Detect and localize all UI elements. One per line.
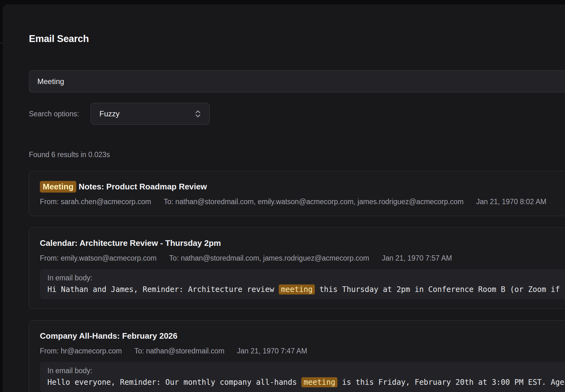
meta-from: From: hr@acmecorp.com: [40, 347, 122, 355]
result-meta: From: sarah.chen@acmecorp.comTo: nathan@…: [40, 197, 565, 206]
body-match-highlight: meeting: [301, 377, 337, 387]
meta-date: Jan 21, 1970 7:57 AM: [382, 254, 452, 262]
result-title: Meeting Notes: Product Roadmap Review: [40, 180, 565, 193]
result-title: Company All-Hands: February 2026: [40, 329, 565, 342]
search-input[interactable]: [29, 70, 565, 93]
result-card[interactable]: Meeting Notes: Product Roadmap Review Fr…: [29, 171, 565, 216]
body-excerpt: Hi Nathan and James, Reminder: Architect…: [47, 284, 565, 295]
result-title: Calendar: Architecture Review - Thursday…: [40, 236, 565, 250]
body-match-label: In email body:: [47, 366, 565, 375]
body-match-box: In email body: Hi Nathan and James, Remi…: [40, 269, 565, 299]
meta-from: From: sarah.chen@acmecorp.com: [40, 198, 151, 206]
body-match-label: In email body:: [47, 273, 565, 282]
search-options-label: Search options:: [29, 110, 79, 118]
meta-date: Jan 21, 1970 7:47 AM: [237, 347, 307, 355]
result-meta: From: hr@acmecorp.comTo: nathan@storedma…: [40, 346, 565, 356]
meta-to: To: nathan@storedmail.com, emily.watson@…: [164, 198, 463, 206]
body-match-highlight: meeting: [279, 284, 315, 294]
meta-from: From: emily.watson@acmecorp.com: [40, 254, 157, 262]
body-match-box: In email body: Hello everyone, Reminder:…: [40, 362, 565, 392]
page-title: Email Search: [29, 32, 565, 46]
select-chevrons-icon: [195, 109, 201, 118]
search-options-row: Search options: Fuzzy: [29, 103, 565, 125]
result-meta: From: emily.watson@acmecorp.comTo: natha…: [40, 253, 565, 263]
body-excerpt: Hello everyone, Reminder: Our monthly co…: [47, 377, 565, 388]
result-card[interactable]: Company All-Hands: February 2026 From: h…: [29, 320, 565, 392]
email-search-panel: Email Search Search options: Fuzzy Found…: [3, 4, 565, 392]
window-edge-divider: [0, 43, 3, 43]
search-mode-select[interactable]: Fuzzy: [90, 103, 210, 125]
meta-to: To: nathan@storedmail.com, james.rodrigu…: [169, 254, 369, 262]
result-title-text: Notes: Product Roadmap Review: [76, 182, 207, 191]
search-mode-selected-value: Fuzzy: [100, 109, 120, 118]
meta-to: To: nathan@storedmail.com: [134, 347, 224, 355]
result-card[interactable]: Calendar: Architecture Review - Thursday…: [29, 227, 565, 309]
meta-date: Jan 21, 1970 8:02 AM: [476, 198, 546, 206]
title-match-highlight: Meeting: [40, 181, 76, 193]
content-container: Email Search Search options: Fuzzy Found…: [29, 32, 565, 392]
results-summary: Found 6 results in 0.023s: [29, 150, 565, 159]
